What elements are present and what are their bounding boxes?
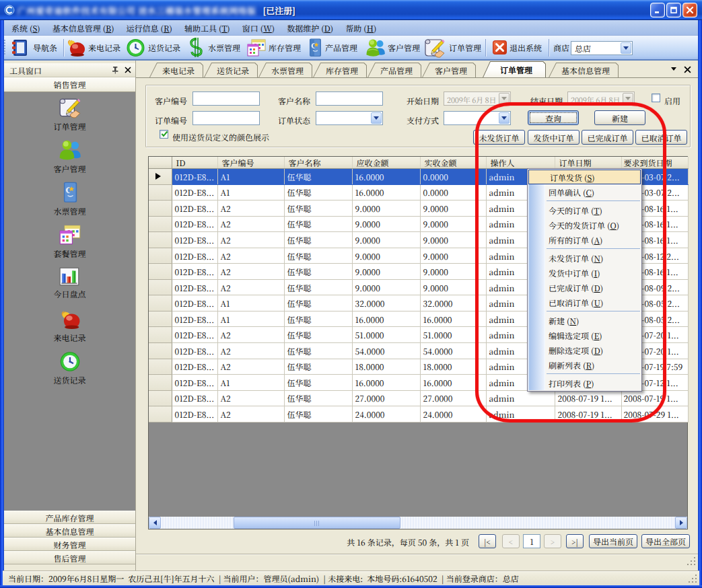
context-menu-item[interactable]: 已取消订单 (U)	[528, 295, 641, 309]
cell-customer-name[interactable]: 伍华聪	[284, 375, 352, 391]
toolbar-item-product[interactable]: 产品管理	[307, 36, 357, 59]
next-page-button[interactable]: >	[544, 534, 561, 548]
color-checkbox[interactable]	[160, 130, 168, 139]
cell-received[interactable]: 9.0000	[420, 264, 486, 280]
menu-item[interactable]: 基本信息管理 (B)	[46, 20, 120, 36]
row-selector-cell[interactable]	[149, 216, 172, 232]
cell-id[interactable]: 012D-E8...	[172, 264, 217, 280]
customer-no-input[interactable]	[192, 91, 260, 106]
cell-customer-no[interactable]: A1	[217, 184, 284, 200]
column-header[interactable]: 实收金额	[420, 157, 486, 169]
cell-received[interactable]: 9.0000	[420, 279, 486, 295]
cell-receivable[interactable]: 9.0000	[352, 200, 420, 217]
context-menu-item[interactable]: 所有的订单 (A)	[528, 232, 641, 247]
prev-page-button[interactable]: <	[502, 534, 520, 548]
end-date-picker[interactable]: 2009年 6月 8日	[567, 91, 635, 106]
grid-row[interactable]: 012D-E8... A2 伍华聪 27.0000 27.0000 admin …	[149, 390, 688, 406]
tab-close-icon[interactable]	[684, 66, 691, 73]
tab[interactable]: 库存管理	[313, 63, 367, 77]
cell-customer-no[interactable]: A1	[217, 311, 284, 327]
cell-customer-no[interactable]: A2	[217, 327, 284, 343]
cell-receivable[interactable]: 18.0000	[352, 359, 420, 375]
row-selector-cell[interactable]	[149, 311, 172, 327]
sidebar-item-delivery-log[interactable]: 送货记录	[4, 351, 135, 385]
query-button[interactable]: 查询	[528, 110, 579, 125]
row-selector-cell[interactable]	[149, 184, 172, 200]
maximize-button[interactable]	[666, 3, 681, 17]
cell-operator[interactable]: admin	[486, 390, 555, 406]
cell-customer-no[interactable]: A1	[217, 375, 284, 391]
sidebar-item-order[interactable]: 订单管理	[4, 96, 135, 132]
cell-customer-no[interactable]: A2	[217, 248, 284, 264]
sidebar-section-item[interactable]: 基本信息管理	[4, 524, 135, 538]
row-selector-cell[interactable]	[149, 248, 172, 264]
cell-received[interactable]: 9.0000	[420, 248, 486, 264]
export-all-pages-button[interactable]: 导出全部页	[641, 534, 690, 548]
cell-received[interactable]: 27.0000	[420, 390, 486, 406]
column-header[interactable]: 应收金额	[352, 157, 420, 169]
cell-id[interactable]: 012D-E8...	[172, 184, 217, 200]
status-filter-button[interactable]: 已取消订单	[635, 130, 687, 145]
cell-received[interactable]: 32.0000	[420, 295, 486, 311]
row-selector-cell[interactable]	[149, 375, 172, 391]
cell-customer-no[interactable]: A2	[217, 264, 284, 280]
cell-customer-no[interactable]: A2	[217, 232, 284, 248]
cell-id[interactable]: 012D-E8...	[172, 295, 217, 311]
cell-receivable[interactable]: 54.0000	[352, 343, 420, 359]
cell-receivable[interactable]: 9.0000	[352, 279, 420, 295]
sidebar-section-item[interactable]: 财务管理	[4, 538, 135, 551]
pin-icon[interactable]	[111, 66, 119, 74]
cell-customer-no[interactable]: A2	[217, 216, 284, 232]
cell-id[interactable]: 012D-E8...	[172, 359, 217, 375]
sidebar-section-item[interactable]: 售后管理	[4, 551, 135, 564]
menu-item[interactable]: 数据维护 (D)	[281, 20, 339, 36]
cell-customer-name[interactable]: 伍华聪	[284, 327, 352, 343]
cell-customer-no[interactable]: A2	[217, 406, 284, 422]
cell-customer-name[interactable]: 伍华聪	[284, 343, 352, 359]
cell-receivable[interactable]: 51.0000	[352, 327, 420, 343]
cell-received[interactable]: 0.0000	[420, 184, 486, 200]
row-selector-cell[interactable]	[149, 169, 172, 185]
toolbar-item-order[interactable]: 订单管理	[423, 36, 481, 59]
sidebar-item-call-log[interactable]: 来电记录	[4, 309, 135, 343]
cell-customer-name[interactable]: 伍华聪	[284, 311, 352, 327]
column-header[interactable]: ID	[172, 157, 217, 169]
tab[interactable]: 送货记录	[204, 63, 258, 77]
cell-customer-name[interactable]: 伍华聪	[284, 295, 352, 311]
cell-customer-name[interactable]: 伍华聪	[284, 279, 352, 295]
grid-row[interactable]: 012D-E8... A2 伍华聪 24.0000 24.0000 admin …	[149, 406, 688, 422]
cell-receivable[interactable]: 9.0000	[352, 232, 420, 248]
minimize-button[interactable]	[650, 3, 665, 17]
context-menu-item[interactable]: 今天的订单 (T)	[528, 203, 641, 217]
context-menu-item[interactable]: 编辑选定项 (E)	[528, 328, 641, 342]
row-selector-cell[interactable]	[149, 232, 172, 248]
store-combobox[interactable]: 总店	[571, 41, 633, 55]
cell-required-date[interactable]: 2008-07-19 1...	[621, 390, 688, 406]
combo-arrow-button[interactable]	[499, 112, 510, 124]
scrollbar-thumb[interactable]	[234, 517, 400, 529]
column-header[interactable]: 客户名称	[284, 157, 352, 169]
tab-list-dropdown-icon[interactable]	[671, 67, 676, 71]
toolbar-item-exit[interactable]: 退出系统	[492, 36, 542, 59]
cell-receivable[interactable]: 9.0000	[352, 216, 420, 232]
cell-received[interactable]: 16.0000	[420, 311, 486, 327]
cell-receivable[interactable]: 9.0000	[352, 264, 420, 280]
cell-id[interactable]: 012D-E8...	[172, 169, 217, 185]
column-header[interactable]: 订单日期	[555, 157, 621, 169]
cell-received[interactable]: 9.0000	[420, 200, 486, 217]
cell-customer-no[interactable]: A2	[217, 390, 284, 406]
tab[interactable]: 产品管理	[367, 63, 421, 77]
row-selector-cell[interactable]	[149, 279, 172, 295]
cell-customer-no[interactable]: A2	[217, 343, 284, 359]
first-page-button[interactable]: |<	[479, 534, 496, 548]
cell-operator[interactable]: admin	[486, 406, 555, 422]
cell-id[interactable]: 012D-E8...	[172, 406, 217, 422]
cell-customer-no[interactable]: A2	[217, 359, 284, 375]
cell-customer-name[interactable]: 伍华聪	[284, 216, 352, 232]
row-selector-cell[interactable]	[149, 359, 172, 375]
cell-receivable[interactable]: 24.0000	[352, 406, 420, 422]
cell-received[interactable]: 18.0000	[420, 359, 486, 375]
cell-received[interactable]: 16.0000	[420, 375, 486, 391]
column-header[interactable]: 要求到货日期	[621, 157, 688, 169]
sidebar-close-icon[interactable]	[125, 67, 131, 73]
